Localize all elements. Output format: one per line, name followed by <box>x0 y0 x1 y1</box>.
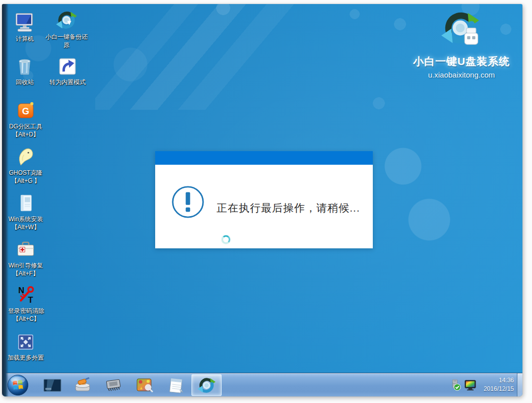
taskbar-button-disk-cleanup[interactable] <box>73 376 93 394</box>
desktop-icon-internal-mode[interactable]: 转为内置模式 <box>45 53 90 86</box>
clock-time: 14:36 <box>484 376 514 385</box>
wallpaper-streaks <box>95 4 332 110</box>
exclamation-icon <box>171 185 205 221</box>
brand-url: u.xiaobaixitong.com <box>401 71 522 79</box>
desktop-icon-ghost-clone[interactable]: GHOST克隆【Alt+G 】 <box>3 144 48 185</box>
software-box-icon <box>3 190 48 214</box>
dialog-titlebar[interactable] <box>155 151 373 165</box>
progress-dialog: 正在执行最后操作，请稍候... <box>155 151 373 248</box>
desktop-icon-label: 小白一键备份还原 <box>45 33 88 49</box>
taskbar-button-screenshot-tool[interactable] <box>42 376 62 394</box>
usb-tray-icon[interactable] <box>449 379 461 391</box>
memory-chip-icon <box>105 378 123 393</box>
desktop-icon-computer[interactable]: 计算机 <box>7 10 42 43</box>
ghost-icon <box>3 144 48 167</box>
xiaobai-app-icon <box>197 376 216 395</box>
taskbar-button-notepad[interactable] <box>166 376 186 394</box>
taskbar-clock[interactable]: 14:36 2016/12/15 <box>484 376 514 394</box>
taskbar-button-image-tool[interactable] <box>135 376 155 394</box>
svg-text:N: N <box>18 286 24 295</box>
display-tray-icon[interactable] <box>464 379 477 391</box>
recycle-bin-icon <box>7 53 42 77</box>
screenshot-tool-icon <box>43 378 61 392</box>
desktop-icon-xiaobai-backup[interactable]: 小白一键备份还原 <box>45 8 88 49</box>
loading-spinner <box>222 235 230 244</box>
desktop-icon-label: 转为内置模式 <box>45 78 90 86</box>
desktop-icon-label: GHOST克隆【Alt+G 】 <box>3 169 48 185</box>
system-tray: 14:36 2016/12/15 <box>449 373 522 396</box>
taskbar: 14:36 2016/12/15 <box>2 373 522 396</box>
desktop: 计算机 小白一键备份还原 回收站 <box>2 4 522 396</box>
notepad-icon <box>168 377 185 393</box>
computer-icon <box>7 10 42 33</box>
xiaobai-backup-icon <box>45 8 88 31</box>
desktop-icon-label: Win引导修复【Alt+F】 <box>3 261 48 278</box>
svg-text:G: G <box>22 106 29 116</box>
start-button[interactable] <box>7 374 29 396</box>
desktop-icon-label: 登录密码清除【Alt+C】 <box>2 307 50 323</box>
desktop-icon-label: 加载更多外置 <box>3 354 48 362</box>
xiaobai-logo-icon <box>401 9 522 51</box>
disk-cleanup-icon <box>74 377 92 393</box>
dialog-message: 正在执行最后操作，请稍候... <box>217 201 360 215</box>
brand-logo: 小白一键U盘装系统 u.xiaobaixitong.com <box>401 9 522 79</box>
desktop-icon-recycle-bin[interactable]: 回收站 <box>7 53 42 86</box>
desktop-icon-win-install[interactable]: Win系统安装【Alt+W】 <box>3 190 48 231</box>
desktop-icon-label: 回收站 <box>7 78 42 86</box>
desktop-icon-password-clear[interactable]: N T 登录密码清除【Alt+C】 <box>2 282 50 323</box>
clock-date: 2016/12/15 <box>484 385 514 393</box>
brand-title: 小白一键U盘装系统 <box>401 54 522 69</box>
usb-drive-glyph <box>464 28 478 45</box>
desktop-icon-dg-partition[interactable]: G DG分区工具【Alt+D】 <box>3 98 48 139</box>
desktop-icon-label: Win系统安装【Alt+W】 <box>3 215 48 231</box>
desktop-icon-load-more[interactable]: 加载更多外置 <box>3 329 48 362</box>
diskgenius-icon: G <box>3 98 48 121</box>
svg-text:T: T <box>28 295 33 305</box>
shortcut-arrow-icon <box>45 53 90 77</box>
first-aid-kit-icon <box>3 237 48 260</box>
desktop-icon-label: DG分区工具【Alt+D】 <box>3 122 48 139</box>
taskbar-button-memory-tool[interactable] <box>104 376 124 394</box>
expand-arrows-icon <box>3 329 48 352</box>
image-viewer-icon <box>136 377 154 393</box>
show-desktop-button[interactable] <box>517 373 522 397</box>
nt-key-icon: N T <box>2 282 50 305</box>
desktop-icon-win-boot-repair[interactable]: Win引导修复【Alt+F】 <box>3 237 48 278</box>
desktop-icon-label: 计算机 <box>7 35 42 43</box>
dialog-body: 正在执行最后操作，请稍候... <box>155 165 373 248</box>
taskbar-button-xiaobai-app[interactable] <box>191 374 222 396</box>
